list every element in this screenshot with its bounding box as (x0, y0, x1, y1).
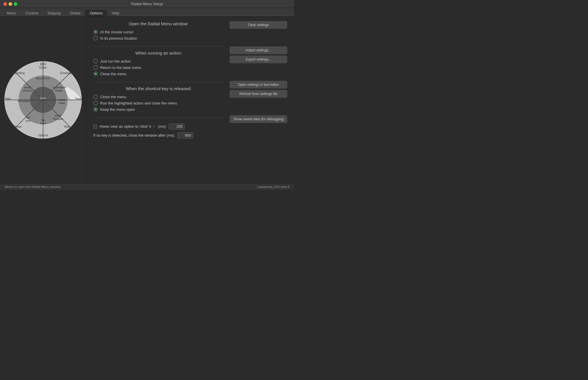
divider-1 (93, 46, 224, 46)
open-window-group: Open the Radial Menu window: At the mous… (93, 21, 224, 40)
minimize-button[interactable] (9, 2, 12, 6)
center-label-back: Back (40, 97, 46, 100)
export-settings-button[interactable]: Export settings... (230, 56, 287, 63)
radio-at-mouse-cursor-label: At the mouse cursor (100, 30, 134, 34)
close-button[interactable] (3, 2, 7, 6)
inner-label-set-icon: Set (26, 116, 30, 119)
label-take: Take (5, 97, 11, 100)
clear-settings-button[interactable]: Clear settings (230, 21, 287, 29)
radio-return-base[interactable]: Return to the base menu (93, 65, 224, 70)
maximize-button[interactable] (14, 2, 17, 6)
inner-label-insert-track: Insert (59, 98, 65, 101)
radio-run-highlighted-label: Run the highlighted action and close the… (100, 101, 177, 105)
tab-swiping[interactable]: Swiping (43, 10, 65, 16)
radio-keep-open-label: Keep the menu open (100, 107, 135, 112)
inner-label-insert-template: Insert (55, 114, 61, 117)
no-key-row: If no key is detected, close the window … (93, 132, 224, 138)
open-window-header: Open the Radial Menu window: (93, 21, 224, 26)
radio-run-highlighted[interactable]: Run the highlighted action and close the… (93, 101, 224, 105)
radio-return-base-indicator (93, 65, 98, 70)
inner-label-select-all: Select (24, 86, 31, 89)
tabbar: Menu Context Swiping Global Options Help (0, 8, 294, 17)
when-running-header: When running an action: (93, 51, 224, 55)
radio-just-run-label: Just run the action (100, 59, 131, 63)
inner-label-insert-template2: Template (53, 117, 63, 120)
inner-label-select-all2: All Items (22, 89, 32, 92)
label-midi-editor: MIDI (40, 63, 46, 66)
inner-label-record-arm: Record Arm (36, 77, 50, 80)
label-options: Options (38, 134, 48, 137)
inner-label-envelopes: Envelopes (18, 100, 30, 102)
radio-close-on-release-label: Close the menu (100, 95, 126, 99)
spacer-3 (230, 99, 287, 114)
import-settings-button[interactable]: Import settings... (230, 46, 287, 54)
inner-label-set-color2: Color (40, 122, 46, 125)
radio-run-highlighted-indicator (93, 101, 98, 105)
tab-help[interactable]: Help (107, 10, 124, 16)
label-view: View (64, 125, 70, 128)
options-left-column: Open the Radial Menu window: At the mous… (93, 21, 224, 141)
when-released-group: When the shortcut key is released: Close… (93, 86, 224, 112)
tab-menu[interactable]: Menu (2, 10, 21, 16)
refresh-settings-button[interactable]: Refresh from settings file (230, 90, 287, 98)
radio-just-run[interactable]: Just run the action (93, 59, 224, 63)
window-title: Radial Menu Setup (131, 2, 163, 6)
window-controls (3, 2, 17, 6)
hover-label: Hover over an option to 'click' it → (100, 124, 156, 129)
label-items: Items (15, 125, 22, 128)
inner-label-insert-track2: Track (59, 102, 65, 104)
main-content: MIDI Editor Envelopes Track View Options… (0, 17, 294, 183)
radio-return-base-label: Return to the base menu (100, 65, 141, 70)
when-released-header: When the shortcut key is released: (93, 86, 224, 91)
radio-at-mouse-cursor-indicator (93, 30, 98, 34)
radio-previous-location-indicator (93, 36, 98, 40)
hover-row: Hover over an option to 'click' it → (ms… (93, 123, 224, 129)
label-recording: Recording (11, 71, 25, 75)
statusbar: Where to open the Radial Menu window Lok… (0, 183, 294, 190)
label-envelopes: Envelopes (60, 71, 74, 75)
when-running-group: When running an action: Just run the act… (93, 51, 224, 76)
hover-ms-input[interactable] (169, 123, 185, 129)
radio-previous-location-label: In its previous location (100, 36, 137, 40)
radio-close-menu-indicator (93, 71, 98, 76)
radio-just-run-indicator (93, 59, 98, 63)
options-right-column: Clear settings Import settings... Export… (230, 21, 287, 141)
tab-global[interactable]: Global (65, 10, 85, 16)
options-layout: Open the Radial Menu window: At the mous… (93, 21, 287, 141)
open-text-editor-button[interactable]: Open settings in text editor (230, 81, 287, 88)
spacer-1 (230, 30, 287, 45)
status-right: Lokasenna_GUI beta 8 (257, 185, 289, 189)
radial-menu-svg: MIDI Editor Envelopes Track View Options… (1, 58, 85, 141)
radio-at-mouse-cursor[interactable]: At the mouse cursor (93, 30, 224, 34)
radio-previous-location[interactable]: In its previous location (93, 36, 224, 40)
radio-close-menu-label: Close the menu (100, 72, 126, 76)
hover-ms-label: (ms): (158, 124, 167, 129)
no-key-input[interactable] (177, 132, 193, 138)
divider-2 (93, 82, 224, 82)
inner-label-modes: Modes (55, 89, 63, 92)
divider-3 (93, 117, 224, 118)
inner-label-automation: Automation (52, 86, 65, 89)
hover-section: Hover over an option to 'click' it → (ms… (93, 123, 224, 138)
radial-menu-panel: MIDI Editor Envelopes Track View Options… (0, 17, 86, 183)
radio-close-on-release-indicator (93, 94, 98, 99)
status-left: Where to open the Radial Menu window (5, 185, 61, 189)
label-midi-editor2: Editor (39, 66, 47, 69)
radio-keep-open-indicator (93, 107, 98, 112)
inner-label-set-color: Set (41, 119, 45, 122)
spacer-2 (230, 65, 287, 79)
inner-label-set-icon2: Icon (26, 119, 30, 122)
titlebar: Radial Menu Setup (0, 0, 294, 8)
radio-keep-open[interactable]: Keep the menu open (93, 107, 224, 112)
tab-context[interactable]: Context (21, 10, 43, 16)
tab-options[interactable]: Options (85, 10, 107, 16)
show-saved-data-button[interactable]: Show saved data (for debugging) (230, 115, 287, 123)
radio-close-menu[interactable]: Close the menu (93, 71, 224, 76)
hover-checkbox[interactable] (93, 125, 97, 129)
options-panel: Open the Radial Menu window: At the mous… (86, 17, 294, 183)
radio-close-on-release[interactable]: Close the menu (93, 94, 224, 99)
label-track: Track (75, 97, 82, 100)
no-key-label: If no key is detected, close the window … (93, 133, 175, 137)
radial-container: MIDI Editor Envelopes Track View Options… (1, 58, 85, 141)
